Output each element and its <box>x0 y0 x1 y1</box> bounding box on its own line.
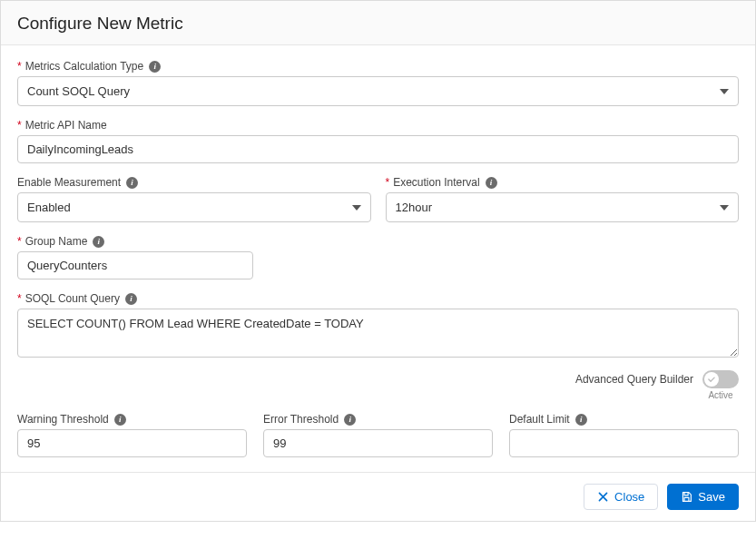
label-default-limit: Default Limit i <box>509 413 739 426</box>
label-text: Enable Measurement <box>17 176 121 189</box>
label-text: Metric API Name <box>25 119 107 132</box>
label-text: Default Limit <box>509 413 570 426</box>
info-icon[interactable]: i <box>486 177 497 189</box>
warning-threshold-input[interactable] <box>17 429 247 457</box>
label-soql-query: * SOQL Count Query i <box>17 292 739 305</box>
advanced-query-toggle-col: Active <box>702 370 739 400</box>
check-icon <box>707 375 716 384</box>
save-icon <box>681 491 692 503</box>
required-star: * <box>17 60 22 73</box>
label-text: Error Threshold <box>263 413 339 426</box>
api-name-input[interactable] <box>17 135 739 163</box>
field-api-name: * Metric API Name <box>17 119 739 163</box>
label-group-name: * Group Name i <box>17 235 253 248</box>
field-default-limit: Default Limit i <box>509 413 739 457</box>
advanced-query-label: Advanced Query Builder <box>575 370 693 386</box>
advanced-query-row: Advanced Query Builder Active <box>17 370 739 400</box>
toggle-state-label: Active <box>708 390 732 400</box>
field-calc-type: * Metrics Calculation Type i Count SOQL … <box>17 60 739 106</box>
info-icon[interactable]: i <box>114 414 126 426</box>
select-value: Enabled <box>27 201 71 214</box>
default-limit-input[interactable] <box>509 429 739 457</box>
calc-type-select[interactable]: Count SOQL Query <box>17 76 739 106</box>
label-error-threshold: Error Threshold i <box>263 413 493 426</box>
dialog-footer: Close Save <box>1 472 755 521</box>
field-group-name: * Group Name i <box>17 235 253 279</box>
info-icon[interactable]: i <box>575 414 587 426</box>
toggle-knob <box>704 372 719 387</box>
chevron-down-icon <box>720 205 729 211</box>
required-star: * <box>386 176 390 189</box>
label-api-name: * Metric API Name <box>17 119 739 132</box>
label-calc-type: * Metrics Calculation Type i <box>17 60 739 73</box>
select-value: 12hour <box>396 201 432 214</box>
configure-metric-dialog: Configure New Metric * Metrics Calculati… <box>0 0 756 522</box>
required-star: * <box>17 235 22 248</box>
dialog-body: * Metrics Calculation Type i Count SOQL … <box>1 45 755 472</box>
soql-query-textarea[interactable] <box>17 309 739 358</box>
label-text: Group Name <box>25 235 88 248</box>
label-execution-interval: * Execution Interval i <box>386 176 740 189</box>
field-error-threshold: Error Threshold i <box>263 413 493 457</box>
dialog-title: Configure New Metric <box>17 14 739 34</box>
chevron-down-icon <box>352 205 361 211</box>
chevron-down-icon <box>720 89 729 94</box>
label-text: SOQL Count Query <box>25 292 120 305</box>
save-button[interactable]: Save <box>667 484 739 510</box>
field-execution-interval: * Execution Interval i 12hour <box>386 176 740 222</box>
label-text: Metrics Calculation Type <box>25 60 144 73</box>
field-enable-measurement: Enable Measurement i Enabled <box>17 176 371 222</box>
close-button[interactable]: Close <box>584 484 658 510</box>
enable-measurement-select[interactable]: Enabled <box>17 192 371 222</box>
select-value: Count SOQL Query <box>27 84 130 98</box>
required-star: * <box>17 292 22 305</box>
advanced-query-toggle[interactable] <box>702 370 739 388</box>
button-label: Close <box>614 490 644 504</box>
dialog-header: Configure New Metric <box>1 1 755 45</box>
error-threshold-input[interactable] <box>263 429 493 457</box>
field-soql-query: * SOQL Count Query i <box>17 292 739 358</box>
field-warning-threshold: Warning Threshold i <box>17 413 247 457</box>
label-enable-measurement: Enable Measurement i <box>17 176 371 189</box>
info-icon[interactable]: i <box>344 414 356 426</box>
close-icon <box>597 491 609 503</box>
label-text: Warning Threshold <box>17 413 109 426</box>
label-text: Execution Interval <box>393 176 479 189</box>
group-name-input[interactable] <box>17 251 253 279</box>
required-star: * <box>17 119 22 132</box>
info-icon[interactable]: i <box>126 177 138 189</box>
info-icon[interactable]: i <box>149 61 161 73</box>
info-icon[interactable]: i <box>125 293 137 305</box>
info-icon[interactable]: i <box>93 236 104 248</box>
label-warning-threshold: Warning Threshold i <box>17 413 247 426</box>
execution-interval-select[interactable]: 12hour <box>386 192 740 222</box>
button-label: Save <box>698 490 725 504</box>
